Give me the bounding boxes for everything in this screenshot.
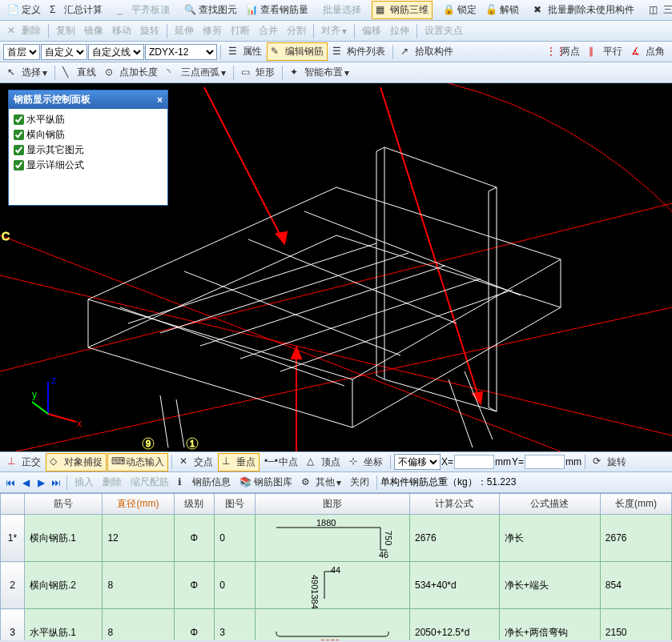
btn-mid[interactable]: •─•中点 (260, 453, 302, 471)
btn-batch-sel[interactable]: 批量选择 (319, 1, 365, 19)
mid-icon: •─• (264, 455, 277, 468)
btn-batch-del[interactable]: ✖批量删除未使用构件 (529, 1, 638, 19)
svg-text:x: x (77, 418, 82, 429)
btn-edit-rebar[interactable]: ✎编辑钢筋 (267, 42, 328, 61)
btn-line[interactable]: ╲直线 (58, 63, 100, 82)
btn-perp[interactable]: ⊥垂点 (218, 453, 260, 471)
panel-close-icon[interactable]: × (157, 94, 163, 106)
input-x[interactable] (454, 455, 494, 469)
svg-line-14 (280, 290, 513, 371)
btn-define[interactable]: 📄定义 (3, 1, 45, 19)
rebar-display-panel[interactable]: 钢筋显示控制面板 × 水平纵筋 横向钢筋 显示其它图元 显示详细公式 (8, 90, 168, 206)
btn-sum[interactable]: Σ汇总计算 (46, 1, 107, 19)
nav-last[interactable]: ⏭ (49, 475, 63, 490)
viewport-3d[interactable]: 9 1 C z x y 钢筋显示控制面板 × 水平纵筋 横向钢筋 显示其它图元 … (0, 83, 672, 451)
btn-ortho[interactable]: ⊥正交 (3, 453, 45, 471)
btn-smart[interactable]: ✦智能布置 ▾ (286, 63, 353, 82)
btn-coord[interactable]: ⊹坐标 (345, 453, 387, 471)
sel-code[interactable]: ZDYX-12 (145, 44, 217, 60)
lbl-total: 单构件钢筋总重（kg）：51.223 (380, 475, 516, 489)
btn-align-top[interactable]: ⎯平齐板顶 (113, 1, 174, 19)
th-desc[interactable]: 公式描述 (499, 494, 600, 515)
btn-rb-close[interactable]: 关闭 (346, 473, 373, 492)
chk-transverse[interactable]: 横向钢筋 (14, 127, 163, 142)
btn-lock[interactable]: 🔒锁定 (439, 1, 481, 19)
th-dia[interactable]: 直径(mm) (103, 494, 174, 515)
btn-find[interactable]: 🔍查找图元 (180, 1, 241, 19)
table-row[interactable]: 2 横向钢筋.2 8 Φ 0 4901384 44 534+40*d 净长+端头… (1, 562, 672, 609)
th-grade[interactable]: 级别 (174, 494, 215, 515)
btn-osnap[interactable]: ◇对象捕捉 (46, 453, 107, 471)
x-icon: ✕ (7, 25, 20, 38)
table-row[interactable]: 3 水平纵筋.1 8 Φ 3 2050 2050+12.5*d 净长+两倍弯钩 … (1, 609, 672, 641)
btn-view3d[interactable]: ◫三维 ▾ (645, 1, 672, 19)
btn-trim[interactable]: 修剪 (199, 22, 226, 40)
btn-rb-delete[interactable]: 删除 (99, 473, 126, 492)
btn-pt-angle[interactable]: ∡点角 (627, 42, 669, 61)
btn-break[interactable]: 打断 (227, 22, 254, 40)
btn-stretch[interactable]: 拉伸 (386, 22, 413, 40)
btn-delete[interactable]: ✕删除 (3, 22, 45, 40)
apex-icon: △ (307, 455, 320, 468)
th-length[interactable]: 长度(mm) (600, 494, 671, 515)
nav-next[interactable]: ▶ (34, 475, 48, 490)
rebar-icon: 📊 (246, 4, 259, 17)
btn-parallel[interactable]: ∥平行 (585, 42, 626, 61)
th-num[interactable]: 筋号 (25, 494, 103, 515)
sel-custom-line[interactable]: 自定义线 (88, 44, 144, 60)
shape-diagram: 2050 (260, 612, 404, 640)
svg-line-16 (184, 271, 400, 355)
btn-apex[interactable]: △顶点 (303, 453, 344, 471)
btn-rb-scale[interactable]: 缩尺配筋 (127, 473, 173, 492)
sel-custom[interactable]: 自定义 (41, 44, 87, 60)
btn-grip[interactable]: 设置夹点 (421, 22, 467, 40)
sel-offset[interactable]: 不偏移 (394, 454, 441, 470)
nav-prev[interactable]: ◀ (18, 475, 33, 490)
svg-text:z: z (51, 375, 56, 386)
th-shape[interactable]: 图形 (255, 494, 409, 515)
sel-floor[interactable]: 首层 (3, 44, 40, 60)
btn-rb-insert[interactable]: 插入 (70, 473, 98, 492)
btn-xpt[interactable]: ✕交点 (175, 453, 217, 471)
btn-rot[interactable]: ⟳旋转 (589, 453, 630, 471)
input-y[interactable] (525, 455, 565, 469)
panel-titlebar[interactable]: 钢筋显示控制面板 × (9, 90, 167, 109)
table-row[interactable]: 1* 横向钢筋.1 12 Φ 0 1880 750 46 2676 净长 267… (1, 515, 672, 562)
btn-align[interactable]: 对齐 ▾ (317, 22, 351, 40)
btn-offset[interactable]: 偏移 (358, 22, 385, 40)
btn-move[interactable]: 移动 (108, 22, 135, 40)
btn-extend[interactable]: 延伸 (171, 22, 198, 40)
btn-rb-info[interactable]: ℹ钢筋信息 (174, 473, 235, 492)
chk-h-long[interactable]: 水平纵筋 (14, 112, 163, 127)
btn-rebar-3d[interactable]: ▦钢筋三维 (372, 1, 433, 19)
smart-icon: ✦ (290, 66, 303, 79)
btn-select[interactable]: ↖选择 ▾ (3, 63, 51, 82)
chk-show-other[interactable]: 显示其它图元 (14, 142, 163, 158)
btn-2pt[interactable]: ⋮⋮两点 (542, 42, 584, 61)
nav-first[interactable]: ⏮ (3, 475, 18, 490)
btn-ptlen[interactable]: ⊙点加长度 (101, 63, 162, 82)
svg-line-32 (32, 402, 48, 414)
rebar-table-wrap[interactable]: 筋号 直径(mm) 级别 图号 图形 计算公式 公式描述 长度(mm) 1* 横… (0, 493, 672, 640)
btn-merge[interactable]: 合并 (255, 22, 282, 40)
btn-rect[interactable]: ▭矩形 (237, 63, 279, 82)
btn-comp-list[interactable]: ☰构件列表 (328, 42, 389, 61)
svg-line-20 (176, 399, 184, 447)
btn-pick[interactable]: ↗拾取构件 (396, 42, 457, 61)
btn-rb-other[interactable]: ⚙其他 ▾ (297, 473, 345, 492)
btn-mirror[interactable]: 镜像 (80, 22, 107, 40)
btn-arc3[interactable]: ◝三点画弧 ▾ (163, 63, 230, 82)
btn-rotate[interactable]: 旋转 (136, 22, 163, 40)
btn-attr[interactable]: ☰属性 (224, 42, 266, 61)
th-formula[interactable]: 计算公式 (409, 494, 499, 515)
btn-dyn[interactable]: ⌨动态输入 (107, 453, 168, 471)
chk-show-formula[interactable]: 显示详细公式 (14, 158, 163, 173)
btn-rb-lib[interactable]: 📚钢筋图库 (235, 473, 296, 492)
btn-unlock[interactable]: 🔓解锁 (481, 1, 523, 19)
btn-view-rebar[interactable]: 📊查看钢筋量 (242, 1, 312, 19)
btn-copy[interactable]: 复制 (52, 22, 79, 40)
2pt-icon: ⋮⋮ (546, 46, 559, 58)
th-shapeno[interactable]: 图号 (215, 494, 256, 515)
perp-icon: ⊥ (222, 455, 235, 468)
btn-split[interactable]: 分割 (283, 22, 310, 40)
